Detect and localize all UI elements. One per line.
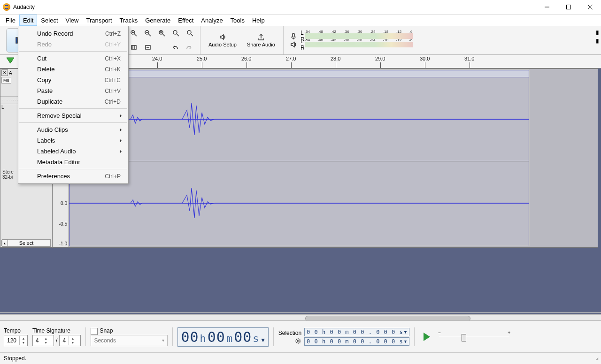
audio-clip[interactable]	[69, 70, 529, 246]
collapse-button[interactable]: ▴	[1, 240, 8, 246]
menuitem-duplicate[interactable]: DuplicateCtrl+D	[18, 96, 128, 107]
menuitem-metadata-editor[interactable]: Metadata Editor	[18, 157, 128, 167]
svg-line-14	[134, 34, 137, 36]
pan-label: L	[1, 105, 4, 110]
svg-line-21	[162, 34, 165, 36]
time-display[interactable]: 00h 00m 00s▼	[177, 327, 268, 347]
menuitem-remove-special[interactable]: Remove Special	[18, 110, 128, 121]
fit-project-button[interactable]	[169, 27, 183, 40]
menuitem-copy[interactable]: CopyCtrl+C	[18, 75, 128, 85]
tempo-label: Tempo	[4, 327, 28, 334]
snap-mode-select[interactable]: Seconds	[91, 335, 168, 346]
svg-point-22	[173, 30, 177, 34]
svg-point-24	[187, 30, 191, 34]
svg-line-23	[177, 34, 179, 36]
resize-grip-icon[interactable]: ◢	[595, 356, 597, 361]
snap-label: Snap	[100, 327, 113, 334]
svg-line-18	[148, 34, 151, 36]
menu-help[interactable]: Help	[248, 15, 269, 26]
channel-right	[69, 161, 529, 245]
trim-button[interactable]	[127, 41, 141, 54]
menu-select[interactable]: Select	[37, 15, 62, 26]
bottom-toolbar: Tempo 120▲▼ Time Signature 4▲▼ / 4▲▼ Sna…	[0, 320, 601, 353]
audio-setup-button[interactable]: Audio Setup	[203, 27, 242, 53]
menuitem-undo-record[interactable]: Undo RecordCtrl+Z	[18, 28, 128, 39]
playhead-marker-icon[interactable]	[6, 56, 15, 66]
status-bar: Stopped. ◢	[0, 352, 601, 364]
meters-group: LR -54-48-42-36-30-24-18-12-6 ▮ LR -54-4…	[283, 26, 599, 54]
tempo-input[interactable]: 120▲▼	[4, 335, 28, 346]
menu-tracks[interactable]: Tracks	[116, 15, 142, 26]
playback-speed-slider[interactable]: − +	[439, 333, 509, 341]
horizontal-scrollbar[interactable]	[0, 312, 601, 313]
svg-rect-1	[567, 5, 571, 9]
menuitem-preferences[interactable]: PreferencesCtrl+P	[18, 171, 128, 182]
playback-meter[interactable]: -54-48-42-36-30-24-18-12-6 ▮	[305, 38, 596, 51]
playback-meter-icon[interactable]	[286, 38, 300, 51]
title-bar: Audacity	[0, 0, 601, 15]
window-title: Audacity	[13, 4, 35, 10]
undo-button[interactable]	[168, 41, 182, 54]
menu-edit[interactable]: Edit	[19, 15, 37, 26]
play-at-speed-button[interactable]	[419, 329, 434, 344]
svg-rect-4	[16, 38, 17, 43]
settings-gear-icon[interactable]	[295, 338, 301, 344]
selection-start-input[interactable]: 0 0 h 0 0 m 0 0 . 0 0 0 s▼	[304, 328, 409, 336]
menuitem-cut[interactable]: CutCtrl+X	[18, 53, 128, 64]
menuitem-audio-clips[interactable]: Audio Clips	[18, 124, 128, 135]
share-audio-label: Share Audio	[247, 42, 275, 47]
zoom-in-button[interactable]	[127, 27, 141, 40]
menu-generate[interactable]: Generate	[141, 15, 174, 26]
zoom-group	[123, 26, 200, 54]
menuitem-redo: RedoCtrl+Y	[18, 39, 128, 50]
menu-bar: FileEditSelectViewTransportTracksGenerat…	[0, 15, 601, 26]
ts-numerator-input[interactable]: 4▲▼	[32, 335, 54, 346]
menu-transport[interactable]: Transport	[82, 15, 116, 26]
svg-point-28	[297, 340, 299, 341]
zoom-out-button[interactable]	[141, 27, 155, 40]
minimize-button[interactable]	[536, 0, 558, 14]
menuitem-labeled-audio[interactable]: Labeled Audio	[18, 146, 128, 157]
menuitem-labels[interactable]: Labels	[18, 135, 128, 146]
zoom-toggle-button[interactable]	[183, 27, 197, 40]
meter-play-lr: LR	[300, 38, 305, 51]
redo-button[interactable]	[182, 41, 196, 54]
menu-effect[interactable]: Effect	[174, 15, 197, 26]
menu-file[interactable]: File	[2, 15, 19, 26]
svg-line-25	[191, 34, 193, 36]
ts-denominator-input[interactable]: 4▲▼	[59, 335, 81, 346]
svg-rect-26	[293, 33, 294, 37]
menu-analyze[interactable]: Analyze	[197, 15, 226, 26]
setup-group: Audio Setup Share Audio	[200, 26, 283, 54]
track-select-button[interactable]: Select	[2, 239, 51, 247]
edit-menu-dropdown: Undo RecordCtrl+ZRedoCtrl+YCutCtrl+XDele…	[18, 26, 129, 184]
track-close-button[interactable]: ✕	[1, 69, 8, 76]
snap-checkbox[interactable]	[91, 328, 98, 335]
clip-title-bar[interactable]	[69, 70, 529, 77]
status-text: Stopped.	[4, 355, 26, 362]
close-button[interactable]	[579, 0, 601, 14]
ts-separator: /	[56, 337, 57, 344]
selection-end-input[interactable]: 0 0 h 0 0 m 0 0 . 0 0 0 s▼	[304, 337, 409, 346]
share-audio-button[interactable]: Share Audio	[242, 27, 280, 53]
waveform-area[interactable]	[69, 69, 598, 247]
menuitem-delete[interactable]: DeleteCtrl+K	[18, 64, 128, 75]
mute-button[interactable]: Mu	[1, 77, 11, 83]
selection-label: Selection	[278, 330, 301, 336]
menu-view[interactable]: View	[62, 15, 83, 26]
time-signature-label: Time Signature	[32, 327, 81, 334]
audacity-logo-icon	[3, 3, 10, 11]
fit-selection-button[interactable]	[155, 27, 169, 40]
menu-tools[interactable]: Tools	[227, 15, 248, 26]
maximize-button[interactable]	[558, 0, 579, 14]
channel-left	[69, 77, 529, 161]
audio-setup-label: Audio Setup	[208, 42, 237, 47]
svg-marker-27	[7, 58, 14, 63]
menuitem-paste[interactable]: PasteCtrl+V	[18, 85, 128, 96]
play-icon	[424, 333, 430, 341]
silence-button[interactable]	[141, 41, 155, 54]
